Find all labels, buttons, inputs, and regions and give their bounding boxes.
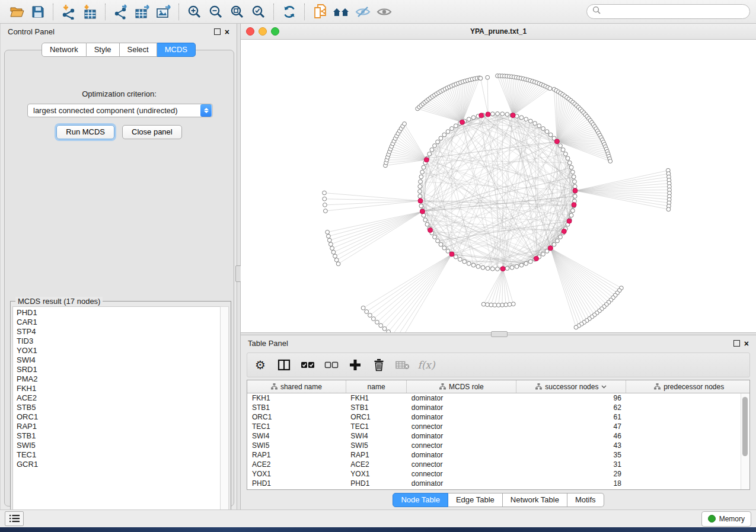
mcds-result-item[interactable]: SWI4 [17,355,221,365]
tab-network-table[interactable]: Network Table [503,493,567,507]
mcds-result-item[interactable]: PHD1 [17,308,221,318]
column-header-shared-name[interactable]: shared name [247,380,346,393]
zoom-in-icon[interactable] [184,2,205,21]
mcds-result-item[interactable]: STB5 [17,403,221,412]
table-row[interactable]: PHD1PHD1dominator180 [247,479,750,488]
table-panel-title: Table Panel [248,339,288,348]
memory-button[interactable]: Memory [701,511,751,527]
splitter-handle[interactable] [491,331,508,337]
mcds-result-item[interactable]: SWI5 [17,441,221,450]
zoom-out-icon[interactable] [205,2,227,21]
table-panel: Table Panel × ⚙ f(x) [241,335,756,509]
mcds-result-item[interactable]: TID3 [17,336,221,346]
hierarchy-icon [439,383,446,390]
import-network-icon[interactable] [58,2,79,21]
close-panel-icon[interactable]: × [744,341,749,347]
column-header-name[interactable]: name [346,380,407,393]
network-window-titlebar[interactable]: YPA_prune.txt_1 [241,24,756,40]
vertical-splitter[interactable] [237,24,241,509]
select-all-icon[interactable] [301,358,315,372]
first-neighbors-icon[interactable] [331,2,352,21]
mcds-result-item[interactable]: GCR1 [17,460,221,469]
tab-node-table[interactable]: Node Table [393,493,448,507]
table-settings-icon[interactable]: ⚙ [253,358,267,372]
table-row[interactable]: RAP1RAP1dominator352 [247,450,750,460]
zoom-selected-icon[interactable] [248,2,269,21]
network-title: YPA_prune.txt_1 [470,27,527,36]
mcds-result-item[interactable]: PMA2 [17,374,221,384]
optimization-criterion-select[interactable]: largest connected component (undirected) [27,104,213,117]
import-table-icon[interactable] [79,2,101,21]
mcds-result-item[interactable]: STB1 [17,431,221,441]
deselect-all-icon[interactable] [324,358,339,372]
tab-style[interactable]: Style [87,43,120,57]
horizontal-splitter[interactable] [241,332,756,335]
tab-network[interactable]: Network [42,43,87,57]
table-row[interactable]: ORC1ORC1dominator610 [247,412,750,422]
tab-motifs[interactable]: Motifs [567,493,604,507]
mcds-result-item[interactable]: ORC1 [17,412,221,422]
function-builder-icon[interactable]: f(x) [419,358,433,372]
show-all-icon[interactable] [374,2,395,21]
save-session-icon[interactable] [27,2,49,21]
hierarchy-icon [654,383,661,390]
column-header-mcds-role[interactable]: MCDS role [407,380,516,393]
close-panel-button[interactable]: Close panel [122,125,182,139]
float-panel-icon[interactable] [733,340,740,347]
mcds-result-item[interactable]: RAP1 [17,422,221,431]
mcds-result-item[interactable]: FKH1 [17,384,221,393]
table-row[interactable]: FKH1FKH1dominator962 [247,393,750,403]
table-row[interactable]: YOX1YOX1connector291 [247,469,750,479]
network-canvas[interactable] [241,40,756,332]
mcds-result-item[interactable]: TEC1 [17,450,221,460]
toolbar-separator [304,4,305,20]
select-stepper-icon [200,104,212,117]
add-column-icon[interactable] [348,358,362,372]
table-row[interactable]: TEC1TEC1connector472 [247,422,750,431]
table-row[interactable]: ACE2ACE2connector311 [247,460,750,469]
tab-mcds[interactable]: MCDS [157,43,196,57]
column-header-predecessor-nodes[interactable]: predecessor nodes [626,380,750,393]
main-toolbar [0,0,756,24]
hide-selected-icon[interactable] [352,2,374,21]
table-row[interactable]: SWI5SWI5connector431 [247,441,750,450]
column-header-successor-nodes[interactable]: successor nodes [516,380,626,393]
table-row[interactable]: STB1STB1dominator620 [247,403,750,412]
mcds-result-item[interactable]: STP4 [17,327,221,336]
refresh-icon[interactable] [279,2,300,21]
status-bar: Memory [0,509,756,527]
run-mcds-button[interactable]: Run MCDS [56,125,114,139]
maximize-window-icon[interactable] [271,27,279,36]
export-table-icon[interactable] [132,2,153,21]
mcds-result-item[interactable]: CAR1 [17,318,221,327]
tab-select[interactable]: Select [120,43,157,57]
zoom-fit-icon[interactable] [227,2,248,21]
scrollbar-thumb[interactable] [742,397,748,456]
table-header-row: shared name name MCDS role successor nod… [247,380,750,393]
mcds-result-list[interactable]: PHD1 CAR1 STP4 TID3 YOX1 SWI4 SRD1 PMA2 … [12,306,221,520]
delete-column-icon[interactable] [372,358,386,372]
tab-edge-table[interactable]: Edge Table [448,493,503,507]
mcds-panel: Optimization criterion: largest connecte… [4,50,234,507]
float-panel-icon[interactable] [214,28,221,35]
export-image-icon[interactable] [153,2,174,21]
show-panels-button[interactable] [5,511,24,526]
mcds-list-scrollbar[interactable] [220,306,229,520]
table-row[interactable]: SWI4SWI4dominator462 [247,431,750,441]
table-scrollbar[interactable] [741,393,749,489]
mcds-result-item[interactable]: ACE2 [17,393,221,403]
close-window-icon[interactable] [246,27,254,36]
mcds-result-item[interactable]: YOX1 [17,346,221,355]
duplicate-network-icon[interactable] [310,2,331,21]
show-columns-icon[interactable] [277,358,291,372]
network-graph[interactable] [241,40,755,332]
minimize-window-icon[interactable] [259,27,267,36]
search-input[interactable] [586,4,750,19]
close-panel-icon[interactable]: × [225,29,229,35]
toolbar-separator [273,4,275,20]
export-network-icon[interactable] [110,2,132,21]
delete-table-icon[interactable] [395,358,410,372]
open-file-icon[interactable] [6,2,27,21]
mcds-result-item[interactable]: SRD1 [17,365,221,374]
toolbar-separator [53,4,54,20]
